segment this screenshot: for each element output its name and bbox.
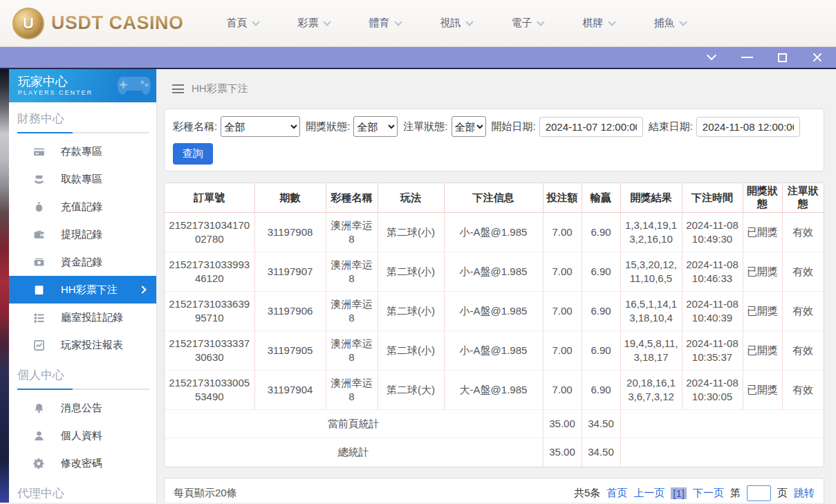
page-jump-input[interactable] <box>747 485 771 501</box>
column-header: 訂單號 <box>165 183 254 213</box>
sidebar-section-label: 個人中心 <box>9 359 156 389</box>
topnav-item-1[interactable]: 首頁 <box>227 17 259 30</box>
grand-summary-row: 總統計35.0034.50 <box>165 438 824 467</box>
sidebar-item-label: HH彩票下注 <box>61 283 118 297</box>
cell-draw-result: 1,3,14,19,13,2,16,10 <box>620 213 682 252</box>
sidebar-item-label: 玩家投注報表 <box>61 339 123 352</box>
cell-draw-status: 已開獎 <box>743 371 782 410</box>
cell-order-no: 2152173103399346120 <box>165 252 254 292</box>
start-date-label: 開始日期: <box>492 120 536 133</box>
cell-play-type: 第二球(小) <box>378 252 444 292</box>
cell-lottery-name: 澳洲幸运8 <box>326 213 378 252</box>
lottery-type-select[interactable]: 全部 <box>221 116 300 137</box>
cell-order-no: 2152173103333730630 <box>165 331 254 371</box>
chevron-down-icon <box>679 18 687 26</box>
site-logo[interactable]: U USDT CASINO <box>12 8 184 39</box>
summary-label: 總統計 <box>165 438 543 467</box>
topnav-item-4[interactable]: 視訊 <box>440 17 472 30</box>
sidebar-item-0-1[interactable]: 取款專區 <box>9 165 156 193</box>
topnav-item-3[interactable]: 體育 <box>369 17 401 30</box>
sidebar-item-0-2[interactable]: 充值記錄 <box>9 193 156 221</box>
topnav-item-5[interactable]: 電子 <box>512 17 544 30</box>
page-title: HH彩票下注 <box>192 82 248 95</box>
jump-prefix-text: 第 <box>730 487 741 500</box>
sidebar-item-0-3[interactable]: 提現記錄 <box>9 221 156 248</box>
maximize-button[interactable] <box>776 51 788 64</box>
topnav-item-2[interactable]: 彩票 <box>298 17 330 30</box>
current-page-indicator[interactable]: [1] <box>671 487 687 499</box>
summary-winloss-total: 34.50 <box>582 410 620 438</box>
cell-order-status: 有效 <box>782 213 824 252</box>
sidebar-item-label: 取款專區 <box>61 173 102 186</box>
logo-coin-icon: U <box>12 8 44 39</box>
column-header: 開獎狀態 <box>743 183 782 213</box>
cell-draw-status: 已開獎 <box>743 331 782 371</box>
sidebar-item-1-0[interactable]: 消息公告 <box>9 394 156 422</box>
sidebar-item-1-1[interactable]: 個人資料 <box>9 422 156 449</box>
cell-play-type: 第二球(小) <box>378 292 444 331</box>
end-date-label: 結束日期: <box>649 120 693 133</box>
draw-status-select[interactable]: 全部 <box>353 116 398 137</box>
first-page-link[interactable]: 首页 <box>606 487 627 500</box>
summary-label: 當前頁統計 <box>165 410 543 438</box>
table-row: 215217310333373063031197905澳洲幸运8第二球(小)小-… <box>165 331 824 371</box>
sidebar-item-0-4[interactable]: 資金記錄 <box>9 248 156 276</box>
sidebar-item-label: 修改密碼 <box>61 457 102 470</box>
cell-order-status: 有效 <box>782 331 824 371</box>
summary-empty <box>620 410 824 438</box>
minimize-button[interactable] <box>741 51 753 64</box>
cell-winloss: 6.90 <box>582 331 620 371</box>
sidebar-header: 玩家中心 PLAYERS CENTER <box>9 69 156 102</box>
cell-draw-result: 19,4,5,8,11,3,18,17 <box>620 331 682 371</box>
start-date-input[interactable] <box>539 117 643 137</box>
top-navbar: U USDT CASINO 首頁彩票體育視訊電子棋牌捕魚 <box>0 0 836 47</box>
draw-status-label: 開獎狀態: <box>306 120 350 133</box>
end-date-input[interactable] <box>696 117 800 137</box>
cell-play-type: 第二球(小) <box>378 331 444 371</box>
order-status-select[interactable]: 全部 <box>452 116 486 137</box>
cell-bet-amount: 7.00 <box>543 292 582 331</box>
wallet-icon <box>33 229 45 241</box>
filter-panel: 彩種名稱: 全部 開獎狀態: 全部 注單狀態: 全部 開始日期: 結束日期: <box>164 109 824 171</box>
background-image-strip <box>0 69 9 503</box>
topnav-item-6[interactable]: 棋牌 <box>583 17 615 30</box>
summary-empty <box>620 438 824 467</box>
cell-bet-info: 大-A盤@1.985 <box>444 371 543 410</box>
report-chart-icon <box>33 339 45 351</box>
cell-lottery-name: 澳洲幸运8 <box>326 371 378 410</box>
sidebar-item-1-2[interactable]: 修改密碼 <box>9 449 156 477</box>
cell-bet-time: 2024-11-08 10:30:05 <box>682 371 743 410</box>
cell-bet-amount: 7.00 <box>543 252 582 292</box>
window-chevron-icon[interactable] <box>705 51 718 64</box>
search-button[interactable]: 查詢 <box>173 143 213 165</box>
section-underline <box>17 389 149 390</box>
hamburger-icon[interactable] <box>172 84 184 93</box>
next-page-link[interactable]: 下一页 <box>693 487 724 500</box>
cell-bet-info: 小-A盤@1.985 <box>444 213 543 252</box>
cell-bet-info: 小-A盤@1.985 <box>444 292 543 331</box>
jump-button[interactable]: 跳转 <box>794 487 815 500</box>
column-header: 期數 <box>254 183 326 213</box>
column-header: 輸贏 <box>582 183 620 213</box>
sidebar-item-0-0[interactable]: 存款專區 <box>9 138 156 165</box>
prev-page-link[interactable]: 上一页 <box>633 487 665 500</box>
topnav-item-label: 體育 <box>369 17 390 30</box>
sidebar-item-0-6[interactable]: 廳室投註記錄 <box>9 304 156 331</box>
bell-icon <box>33 402 45 414</box>
cell-order-no: 2152173103300553490 <box>165 371 254 410</box>
summary-winloss-total: 34.50 <box>582 438 620 467</box>
cell-lottery-name: 澳洲幸运8 <box>326 252 378 292</box>
sidebar-item-0-7[interactable]: 玩家投注報表 <box>9 331 156 359</box>
lottery-doc-icon <box>33 284 45 296</box>
cell-draw-status: 已開獎 <box>743 292 782 331</box>
sidebar-item-label: 消息公告 <box>61 402 102 415</box>
page-summary-row: 當前頁統計35.0034.50 <box>165 410 824 438</box>
topnav-item-7[interactable]: 捕魚 <box>654 17 686 30</box>
sidebar-item-0-5[interactable]: HH彩票下注 <box>9 276 156 304</box>
close-button[interactable] <box>811 51 824 64</box>
chevron-down-icon <box>465 18 473 26</box>
cell-winloss: 6.90 <box>582 252 620 292</box>
cell-order-status: 有效 <box>782 371 824 410</box>
summary-bet-total: 35.00 <box>543 438 582 467</box>
cell-bet-amount: 7.00 <box>543 371 582 410</box>
